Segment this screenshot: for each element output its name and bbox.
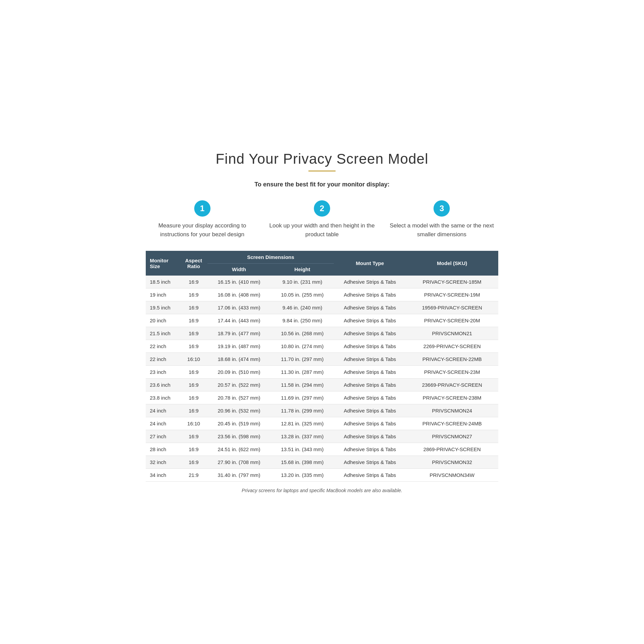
cell-aspect: 16:9 bbox=[180, 391, 207, 404]
steps-row: 1 Measure your display according to inst… bbox=[146, 200, 498, 239]
cell-mount: Adhesive Strips & Tabs bbox=[334, 301, 406, 314]
cell-size: 23 inch bbox=[146, 366, 180, 379]
table-row: 24 inch 16:9 20.96 in. (532 mm) 11.78 in… bbox=[146, 404, 498, 417]
cell-aspect: 16:9 bbox=[180, 327, 207, 340]
step-1-badge: 1 bbox=[194, 200, 210, 217]
col-monitor-size: Monitor Size bbox=[146, 251, 180, 276]
step-3-badge: 3 bbox=[434, 200, 450, 217]
footer-note: Privacy screens for laptops and specific… bbox=[146, 488, 498, 493]
col-width: Width bbox=[207, 264, 271, 276]
cell-height: 15.68 in. (398 mm) bbox=[271, 456, 334, 469]
cell-mount: Adhesive Strips & Tabs bbox=[334, 443, 406, 456]
table-row: 28 inch 16:9 24.51 in. (622 mm) 13.51 in… bbox=[146, 443, 498, 456]
cell-width: 20.09 in. (510 mm) bbox=[207, 366, 271, 379]
col-model-sku: Model (SKU) bbox=[406, 251, 498, 276]
cell-mount: Adhesive Strips & Tabs bbox=[334, 314, 406, 327]
page-container: Find Your Privacy Screen Model To ensure… bbox=[139, 137, 505, 507]
table-row: 22 inch 16:10 18.68 in. (474 mm) 11.70 i… bbox=[146, 353, 498, 366]
table-row: 23 inch 16:9 20.09 in. (510 mm) 11.30 in… bbox=[146, 366, 498, 379]
cell-height: 11.69 in. (297 mm) bbox=[271, 391, 334, 404]
col-height: Height bbox=[271, 264, 334, 276]
cell-width: 18.68 in. (474 mm) bbox=[207, 353, 271, 366]
subtitle: To ensure the best fit for your monitor … bbox=[146, 181, 498, 188]
cell-size: 20 inch bbox=[146, 314, 180, 327]
cell-model: PRIVSCNMON32 bbox=[406, 456, 498, 469]
cell-size: 22 inch bbox=[146, 353, 180, 366]
table-row: 24 inch 16:10 20.45 in. (519 mm) 12.81 i… bbox=[146, 417, 498, 430]
cell-aspect: 16:9 bbox=[180, 301, 207, 314]
cell-height: 11.78 in. (299 mm) bbox=[271, 404, 334, 417]
cell-model: PRIVSCNMON24 bbox=[406, 404, 498, 417]
cell-height: 10.56 in. (268 mm) bbox=[271, 327, 334, 340]
cell-mount: Adhesive Strips & Tabs bbox=[334, 391, 406, 404]
cell-width: 19.19 in. (487 mm) bbox=[207, 340, 271, 353]
cell-aspect: 16:10 bbox=[180, 353, 207, 366]
cell-model: 19569-PRIVACY-SCREEN bbox=[406, 301, 498, 314]
cell-model: PRIVACY-SCREEN-238M bbox=[406, 391, 498, 404]
cell-mount: Adhesive Strips & Tabs bbox=[334, 353, 406, 366]
cell-model: PRIVSCNMON34W bbox=[406, 469, 498, 482]
cell-model: PRIVACY-SCREEN-24MB bbox=[406, 417, 498, 430]
cell-height: 11.70 in. (297 mm) bbox=[271, 353, 334, 366]
col-aspect-ratio: Aspect Ratio bbox=[180, 251, 207, 276]
cell-size: 28 inch bbox=[146, 443, 180, 456]
cell-mount: Adhesive Strips & Tabs bbox=[334, 288, 406, 301]
cell-height: 9.46 in. (240 mm) bbox=[271, 301, 334, 314]
table-row: 18.5 inch 16:9 16.15 in. (410 mm) 9.10 i… bbox=[146, 276, 498, 288]
cell-aspect: 16:9 bbox=[180, 276, 207, 288]
step-2-text: Look up your width and then height in th… bbox=[265, 221, 378, 239]
cell-height: 10.05 in. (255 mm) bbox=[271, 288, 334, 301]
cell-aspect: 16:10 bbox=[180, 417, 207, 430]
cell-height: 11.58 in. (294 mm) bbox=[271, 379, 334, 391]
cell-size: 23.8 inch bbox=[146, 391, 180, 404]
cell-width: 16.15 in. (410 mm) bbox=[207, 276, 271, 288]
cell-width: 17.44 in. (443 mm) bbox=[207, 314, 271, 327]
cell-model: PRIVACY-SCREEN-20M bbox=[406, 314, 498, 327]
cell-width: 27.90 in. (708 mm) bbox=[207, 456, 271, 469]
table-row: 21.5 inch 16:9 18.79 in. (477 mm) 10.56 … bbox=[146, 327, 498, 340]
table-row: 32 inch 16:9 27.90 in. (708 mm) 15.68 in… bbox=[146, 456, 498, 469]
table-row: 22 inch 16:9 19.19 in. (487 mm) 10.80 in… bbox=[146, 340, 498, 353]
col-mount-type: Mount Type bbox=[334, 251, 406, 276]
cell-mount: Adhesive Strips & Tabs bbox=[334, 417, 406, 430]
cell-mount: Adhesive Strips & Tabs bbox=[334, 379, 406, 391]
cell-aspect: 16:9 bbox=[180, 404, 207, 417]
cell-height: 11.30 in. (287 mm) bbox=[271, 366, 334, 379]
cell-size: 23.6 inch bbox=[146, 379, 180, 391]
cell-aspect: 16:9 bbox=[180, 366, 207, 379]
cell-mount: Adhesive Strips & Tabs bbox=[334, 469, 406, 482]
cell-mount: Adhesive Strips & Tabs bbox=[334, 404, 406, 417]
cell-mount: Adhesive Strips & Tabs bbox=[334, 430, 406, 443]
table-header-top: Monitor Size Aspect Ratio Screen Dimensi… bbox=[146, 251, 498, 264]
step-3: 3 Select a model with the same or the ne… bbox=[385, 200, 498, 239]
table-row: 20 inch 16:9 17.44 in. (443 mm) 9.84 in.… bbox=[146, 314, 498, 327]
cell-size: 24 inch bbox=[146, 404, 180, 417]
cell-mount: Adhesive Strips & Tabs bbox=[334, 276, 406, 288]
page-title: Find Your Privacy Screen Model bbox=[146, 151, 498, 167]
cell-size: 24 inch bbox=[146, 417, 180, 430]
cell-width: 17.06 in. (433 mm) bbox=[207, 301, 271, 314]
cell-width: 24.51 in. (622 mm) bbox=[207, 443, 271, 456]
table-row: 27 inch 16:9 23.56 in. (598 mm) 13.28 in… bbox=[146, 430, 498, 443]
cell-width: 16.08 in. (408 mm) bbox=[207, 288, 271, 301]
cell-height: 13.51 in. (343 mm) bbox=[271, 443, 334, 456]
cell-width: 20.78 in. (527 mm) bbox=[207, 391, 271, 404]
cell-height: 13.28 in. (337 mm) bbox=[271, 430, 334, 443]
cell-model: PRIVACY-SCREEN-185M bbox=[406, 276, 498, 288]
cell-aspect: 16:9 bbox=[180, 314, 207, 327]
step-3-text: Select a model with the same or the next… bbox=[385, 221, 498, 239]
cell-aspect: 16:9 bbox=[180, 379, 207, 391]
cell-aspect: 16:9 bbox=[180, 456, 207, 469]
cell-size: 27 inch bbox=[146, 430, 180, 443]
col-screen-dimensions: Screen Dimensions bbox=[207, 251, 334, 264]
cell-width: 18.79 in. (477 mm) bbox=[207, 327, 271, 340]
cell-model: 2869-PRIVACY-SCREEN bbox=[406, 443, 498, 456]
cell-height: 10.80 in. (274 mm) bbox=[271, 340, 334, 353]
cell-mount: Adhesive Strips & Tabs bbox=[334, 456, 406, 469]
table-row: 19 inch 16:9 16.08 in. (408 mm) 10.05 in… bbox=[146, 288, 498, 301]
cell-aspect: 16:9 bbox=[180, 340, 207, 353]
cell-size: 22 inch bbox=[146, 340, 180, 353]
cell-model: 23669-PRIVACY-SCREEN bbox=[406, 379, 498, 391]
cell-size: 19 inch bbox=[146, 288, 180, 301]
cell-model: PRIVACY-SCREEN-23M bbox=[406, 366, 498, 379]
